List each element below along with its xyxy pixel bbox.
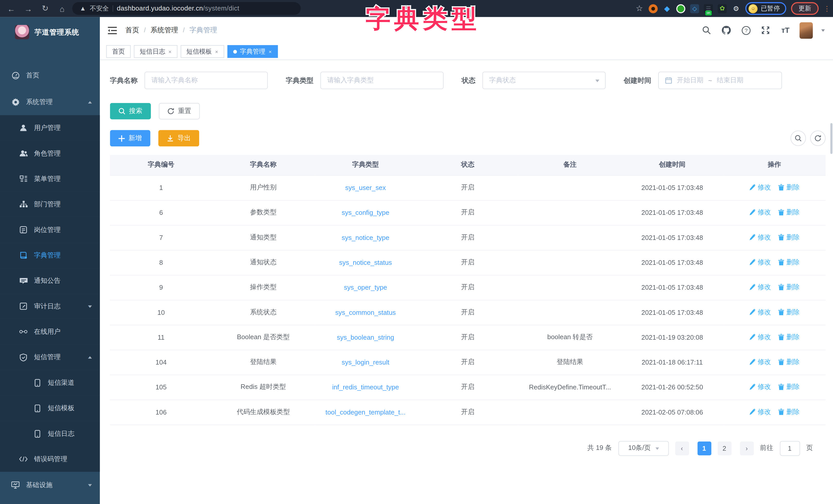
delete-button[interactable]: 删除 bbox=[778, 183, 800, 192]
sidebar-item-14[interactable]: 短信日志 bbox=[0, 421, 100, 446]
next-page-button[interactable]: › bbox=[740, 441, 754, 455]
dict-type-link[interactable]: inf_redis_timeout_type bbox=[332, 383, 399, 391]
edit-button[interactable]: 修改 bbox=[749, 258, 771, 267]
status-select[interactable]: 字典状态▾ bbox=[482, 72, 605, 89]
reset-button[interactable]: 重置 bbox=[159, 103, 200, 120]
prev-page-button[interactable]: ‹ bbox=[675, 441, 689, 455]
dict-type-link[interactable]: sys_notice_type bbox=[342, 234, 389, 241]
tab-3[interactable]: 字典管理× bbox=[227, 45, 278, 58]
date-range-picker[interactable]: 开始日期 ~ 结束日期 bbox=[658, 72, 782, 89]
edit-button[interactable]: 修改 bbox=[749, 358, 771, 367]
sidebar-item-13[interactable]: 短信模板 bbox=[0, 395, 100, 421]
export-button[interactable]: 导出 bbox=[158, 130, 199, 146]
sidebar-item-1[interactable]: 系统管理▴ bbox=[0, 89, 100, 116]
dict-type-link[interactable]: sys_user_sex bbox=[345, 184, 386, 191]
sidebar-item-10[interactable]: 在线用户 bbox=[0, 319, 100, 344]
edit-button[interactable]: 修改 bbox=[749, 208, 771, 217]
user-avatar[interactable] bbox=[800, 22, 813, 39]
page-scrollbar[interactable] bbox=[830, 123, 832, 154]
extension-orange-icon[interactable] bbox=[649, 4, 658, 13]
browser-back-icon[interactable]: ← bbox=[4, 2, 18, 15]
sidebar-item-3[interactable]: 角色管理 bbox=[0, 141, 100, 166]
hamburger-icon[interactable] bbox=[106, 24, 118, 36]
sidebar-item-0[interactable]: 首页 bbox=[0, 62, 100, 89]
edit-button[interactable]: 修改 bbox=[749, 308, 771, 317]
close-icon[interactable]: × bbox=[215, 48, 218, 54]
edit-button[interactable]: 修改 bbox=[749, 407, 771, 416]
paused-badge[interactable]: ☺ 已暂停 bbox=[745, 2, 786, 15]
delete-button[interactable]: 删除 bbox=[778, 308, 800, 317]
status-cell: 开启 bbox=[417, 350, 519, 375]
tab-2[interactable]: 短信模板× bbox=[181, 45, 224, 58]
extension-leaf-icon[interactable]: ✿ bbox=[718, 4, 727, 13]
sidebar-item-6[interactable]: 岗位管理 bbox=[0, 217, 100, 243]
page-button-2[interactable]: 2 bbox=[717, 441, 731, 455]
delete-button[interactable]: 删除 bbox=[778, 208, 800, 217]
extensions-puzzle-icon[interactable]: ⚙ bbox=[732, 4, 741, 13]
tab-1[interactable]: 短信日志× bbox=[134, 45, 177, 58]
dict-name-input[interactable]: 请输入字典名称 bbox=[144, 72, 268, 89]
close-icon[interactable]: × bbox=[269, 48, 272, 54]
sidebar-item-4[interactable]: 菜单管理 bbox=[0, 166, 100, 192]
delete-button[interactable]: 删除 bbox=[778, 332, 800, 342]
goto-page-input[interactable]: 1 bbox=[780, 441, 800, 456]
delete-button[interactable]: 删除 bbox=[778, 382, 800, 392]
breadcrumb-home[interactable]: 首页 bbox=[125, 25, 139, 35]
delete-button[interactable]: 删除 bbox=[778, 407, 800, 416]
breadcrumb-system[interactable]: 系统管理 bbox=[151, 25, 178, 35]
dict-type-link[interactable]: sys_notice_status bbox=[339, 259, 392, 266]
delete-button[interactable]: 删除 bbox=[778, 233, 800, 242]
dict-type-link[interactable]: tool_codegen_template_t... bbox=[326, 408, 405, 416]
dict-name-cell: 登陆结果 bbox=[212, 350, 314, 375]
edit-button[interactable]: 修改 bbox=[749, 332, 771, 342]
address-bar[interactable]: ▲ 不安全 dashboard.yudao.iocoder.cn/system/… bbox=[72, 2, 301, 15]
header-search-icon[interactable] bbox=[701, 25, 712, 35]
sidebar-item-7[interactable]: 字典管理 bbox=[0, 243, 100, 268]
browser-reload-icon[interactable]: ↻ bbox=[38, 2, 52, 15]
close-icon[interactable]: × bbox=[168, 48, 171, 54]
help-icon[interactable]: ? bbox=[741, 25, 752, 35]
sidebar-item-9[interactable]: 审计日志▾ bbox=[0, 294, 100, 319]
font-size-icon[interactable]: тT bbox=[780, 25, 791, 35]
browser-forward-icon[interactable]: → bbox=[21, 2, 35, 15]
sidebar-item-12[interactable]: 短信渠道 bbox=[0, 370, 100, 395]
edit-button[interactable]: 修改 bbox=[749, 233, 771, 242]
browser-update-button[interactable]: 更新 bbox=[791, 2, 818, 15]
edit-button[interactable]: 修改 bbox=[749, 183, 771, 192]
delete-button[interactable]: 删除 bbox=[778, 358, 800, 367]
sidebar-item-11[interactable]: 短信管理▴ bbox=[0, 345, 100, 370]
fullscreen-icon[interactable] bbox=[760, 25, 771, 35]
sidebar-item-15[interactable]: 错误码管理 bbox=[0, 446, 100, 472]
delete-button[interactable]: 删除 bbox=[778, 283, 800, 292]
dict-type-input[interactable]: 请输入字典类型 bbox=[320, 72, 444, 89]
sidebar-logo[interactable]: 芋道管理系统 bbox=[0, 17, 100, 47]
bookmark-star-icon[interactable]: ☆ bbox=[635, 4, 644, 13]
search-button[interactable]: 搜索 bbox=[110, 103, 151, 120]
sidebar-item-16[interactable]: 基础设施▾ bbox=[0, 472, 100, 498]
browser-menu-kebab-icon[interactable]: ⋮ bbox=[824, 5, 829, 12]
dict-type-link[interactable]: sys_login_result bbox=[342, 358, 389, 366]
github-icon[interactable] bbox=[721, 25, 732, 35]
extension-diamond-icon[interactable]: ◇ bbox=[690, 4, 699, 13]
sidebar-item-5[interactable]: 部门管理 bbox=[0, 192, 100, 217]
delete-button[interactable]: 删除 bbox=[778, 258, 800, 267]
extension-green-icon[interactable] bbox=[676, 4, 685, 13]
dict-type-link[interactable]: sys_boolean_string bbox=[337, 333, 394, 341]
extension-gem-icon[interactable]: ◆ bbox=[662, 4, 671, 13]
extension-tabs-icon[interactable]: ☰on bbox=[704, 4, 713, 13]
dict-type-link[interactable]: sys_oper_type bbox=[344, 283, 387, 291]
dict-type-link[interactable]: sys_config_type bbox=[342, 209, 389, 217]
browser-home-icon[interactable]: ⌂ bbox=[55, 2, 69, 15]
sidebar-item-2[interactable]: 用户管理 bbox=[0, 115, 100, 141]
sidebar-item-8[interactable]: 通知公告 bbox=[0, 268, 100, 293]
add-button[interactable]: 新增 bbox=[110, 130, 150, 146]
edit-button[interactable]: 修改 bbox=[749, 283, 771, 292]
avatar-caret-icon[interactable]: ▾ bbox=[822, 28, 825, 33]
dict-type-link[interactable]: sys_common_status bbox=[335, 309, 396, 316]
page-size-select[interactable]: 10条/页▾ bbox=[618, 441, 669, 456]
table-search-toggle-icon[interactable] bbox=[790, 130, 806, 146]
table-refresh-icon[interactable] bbox=[810, 130, 826, 146]
tab-0[interactable]: 首页 bbox=[106, 45, 130, 58]
edit-button[interactable]: 修改 bbox=[749, 382, 771, 392]
page-button-1[interactable]: 1 bbox=[697, 441, 711, 455]
